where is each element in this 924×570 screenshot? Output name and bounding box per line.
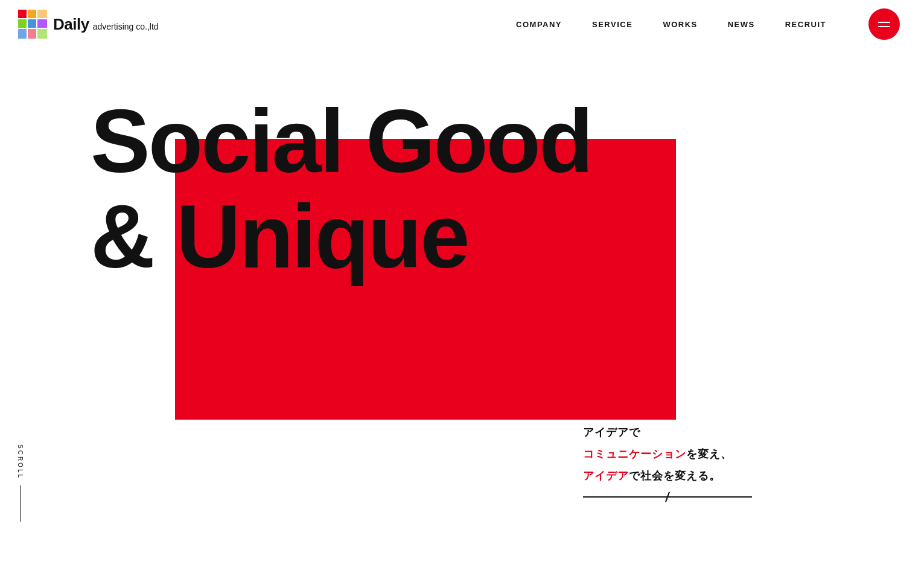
nav-news[interactable]: NEWS [728,20,755,29]
jp-line-1: アイデアで [583,421,752,443]
svg-rect-8 [37,29,47,39]
svg-rect-6 [18,29,27,39]
jp-idea-text: アイデアで [583,426,640,438]
scroll-line [20,485,21,522]
hero-line2: & Unique [91,192,591,281]
logo-subtitle-text: advertising co.,ltd [93,22,159,31]
hero-line1: Social Good [91,97,591,186]
nav-company[interactable]: COMPANY [516,20,562,29]
logo-daily-text: Daily [53,15,89,34]
scroll-label: SCROLL [17,444,24,479]
jp-line2-suffix: を変え、 [686,448,732,460]
nav-service[interactable]: SERVICE [592,20,632,29]
jp-idea-accent: アイデア [583,470,629,482]
japanese-tagline: アイデアで コミュニケーションを変え、 アイデアで社会を変える。 [583,421,752,498]
site-header: Daily advertising co.,ltd COMPANY SERVIC… [0,0,924,48]
jp-line-3: アイデアで社会を変える。 [583,465,752,487]
main-nav: COMPANY SERVICE WORKS NEWS RECRUIT [516,8,900,40]
hamburger-line-2 [878,26,890,27]
nav-recruit[interactable]: RECRUIT [785,20,826,29]
svg-rect-4 [28,19,36,28]
svg-rect-5 [37,19,47,28]
menu-button[interactable] [868,8,900,40]
hamburger-line-1 [878,22,890,23]
nav-works[interactable]: WORKS [663,20,697,29]
jp-communication-accent: コミュニケーション [583,448,686,460]
logo-icon [18,10,47,39]
svg-rect-7 [28,29,36,39]
jp-line-2: コミュニケーションを変え、 [583,443,752,465]
hero-heading: Social Good & Unique [91,97,591,281]
svg-rect-1 [28,10,36,18]
svg-rect-3 [18,19,27,28]
logo-area[interactable]: Daily advertising co.,ltd [18,10,159,39]
jp-line3-suffix: で社会を変える。 [629,470,721,482]
main-content: Social Good & Unique アイデアで コミュニケーションを変え、… [0,0,924,570]
divider-line [583,496,752,498]
svg-rect-0 [18,10,27,18]
scroll-indicator: SCROLL [17,444,24,522]
logo-text: Daily advertising co.,ltd [53,15,159,34]
svg-rect-2 [37,10,47,18]
